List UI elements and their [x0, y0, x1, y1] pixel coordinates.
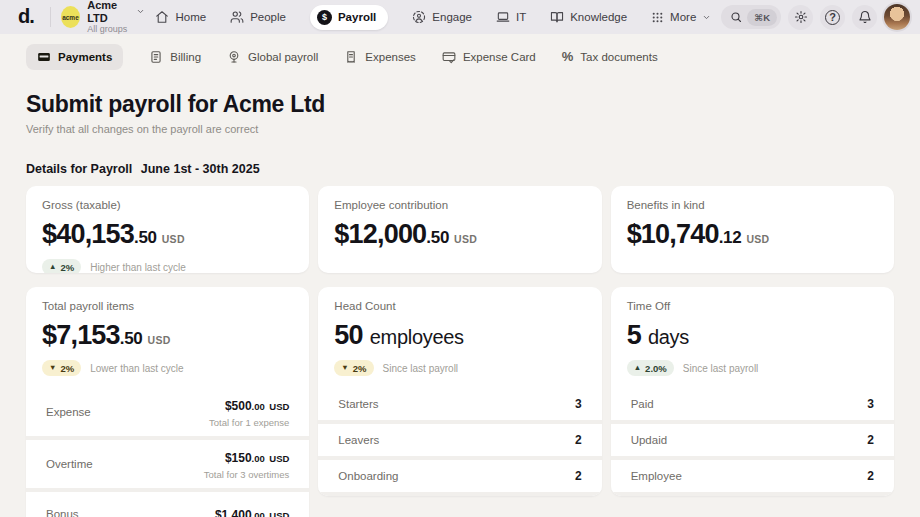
currency-label: USD: [454, 233, 477, 245]
trend-badge: ▲ 2.0%: [627, 360, 674, 376]
list-item-paid[interactable]: Paid 3: [611, 388, 894, 420]
time-off-value: 5: [627, 320, 641, 351]
top-bar: d. acme Acme LTD All groups Home People: [0, 0, 920, 34]
search-button[interactable]: ⌘K: [721, 5, 781, 29]
page-subtitle: Verify that all changes on the payroll a…: [26, 123, 894, 135]
card-total-payroll-items: Total payroll items $7,153.50 USD ▼ 2% L…: [26, 287, 309, 517]
trend-up-icon: ▲: [634, 364, 641, 372]
trend-note: Since last payroll: [683, 363, 759, 374]
tab-label: Expenses: [365, 51, 416, 63]
list-item-leavers[interactable]: Leavers 2: [318, 424, 601, 456]
tab-label: Billing: [170, 51, 201, 63]
item-label: Starters: [338, 398, 378, 410]
card-gross-taxable: Gross (taxable) $40,153.50 USD ▲ 2% High…: [26, 186, 309, 273]
trend-value: 2%: [353, 363, 367, 374]
expense-card-icon: [442, 50, 456, 64]
nav-item-home[interactable]: Home: [155, 10, 206, 24]
item-value: 2: [867, 469, 874, 483]
gear-icon: [794, 10, 808, 24]
divider: [50, 7, 51, 27]
book-icon: [550, 10, 564, 24]
tab-tax-documents[interactable]: % Tax documents: [562, 45, 658, 69]
nav-label: Knowledge: [570, 11, 627, 23]
trend-down-icon: ▼: [49, 364, 56, 372]
card-label: Head Count: [334, 300, 585, 312]
item-cents: .00: [252, 510, 265, 517]
tab-expense-card[interactable]: Expense Card: [442, 44, 536, 70]
help-button[interactable]: ?: [820, 5, 845, 30]
page-title: Submit payroll for Acme Ltd: [26, 91, 894, 118]
bell-icon: [858, 10, 872, 24]
list-item-employee[interactable]: Employee 2: [611, 460, 894, 492]
item-currency: USD: [269, 401, 289, 412]
grid-icon: [651, 11, 664, 24]
nav-item-engage[interactable]: Engage: [412, 10, 472, 24]
benefits-amount: $10,740: [627, 219, 719, 250]
trend-badge: ▼ 2%: [42, 360, 81, 376]
nav-item-people[interactable]: People: [230, 10, 286, 24]
nav-label: More: [670, 11, 696, 23]
payroll-items-list: Expense $500.00 USD Total for 1 expense …: [26, 388, 309, 517]
laptop-icon: [496, 10, 510, 24]
list-item-expense[interactable]: Expense $500.00 USD Total for 1 expense: [26, 388, 309, 436]
card-head-count: Head Count 50 employees ▼ 2% Since last …: [318, 287, 601, 496]
global-payroll-pin-icon: [227, 50, 241, 64]
billing-doc-icon: [149, 50, 163, 64]
item-amount: $1.400: [215, 508, 252, 517]
tab-global-payroll[interactable]: Global payroll: [227, 44, 318, 70]
item-value: 2: [575, 469, 582, 483]
tab-label: Tax documents: [580, 51, 657, 63]
list-item-onboarding[interactable]: Onboarding 2: [318, 460, 601, 492]
nav-item-knowledge[interactable]: Knowledge: [550, 10, 627, 24]
tab-payments[interactable]: Payments: [26, 44, 123, 70]
item-value: 2: [867, 433, 874, 447]
details-heading: Details for Payroll June 1st - 30th 2025: [26, 162, 894, 176]
list-item-bonus[interactable]: Bonus $1.400.00 USD: [26, 492, 309, 517]
tab-billing[interactable]: Billing: [149, 44, 201, 70]
trend-badge: ▼ 2%: [334, 360, 373, 376]
card-time-off: Time Off 5 days ▲ 2.0% Since last payrol…: [611, 287, 894, 496]
card-label: Benefits in kind: [627, 199, 878, 211]
tab-expenses[interactable]: Expenses: [344, 44, 416, 70]
trend-value: 2.0%: [645, 363, 667, 374]
user-avatar[interactable]: [884, 4, 910, 30]
nav-label: People: [250, 11, 286, 23]
item-value: 3: [867, 397, 874, 411]
head-count-list: Starters 3 Leavers 2 Onboarding 2: [318, 388, 601, 496]
payroll-items-cents: .50: [120, 329, 143, 349]
card-label: Gross (taxable): [42, 199, 293, 211]
question-icon: ?: [825, 10, 840, 25]
item-label: Bonus: [46, 508, 79, 517]
payroll-items-amount: $7,153: [42, 320, 120, 351]
home-icon: [155, 10, 169, 24]
trend-value: 2%: [60, 363, 74, 374]
deel-logo[interactable]: d.: [10, 5, 40, 30]
list-item-updaid[interactable]: Updaid 2: [611, 424, 894, 456]
item-currency: USD: [269, 453, 289, 464]
org-switcher[interactable]: acme Acme LTD All groups: [61, 0, 146, 35]
tab-label: Global payroll: [248, 51, 318, 63]
trend-down-icon: ▼: [341, 364, 348, 372]
trend-up-icon: ▲: [49, 263, 56, 271]
notifications-button[interactable]: [852, 5, 877, 30]
settings-button[interactable]: [788, 5, 813, 30]
nav-item-it[interactable]: IT: [496, 10, 526, 24]
keyboard-shortcut: ⌘K: [747, 9, 777, 26]
benefits-cents: .12: [719, 228, 742, 248]
item-label: Expense: [46, 406, 91, 418]
list-item-starters[interactable]: Starters 3: [318, 388, 601, 420]
trend-note: Lower than last cycle: [90, 363, 183, 374]
org-name: Acme LTD: [87, 0, 133, 24]
nav-label: Engage: [432, 11, 472, 23]
item-label: Updaid: [631, 434, 667, 446]
chevron-down-icon: [136, 7, 145, 16]
item-note: Total for 1 expense: [209, 417, 289, 428]
nav-item-more[interactable]: More: [651, 11, 711, 24]
nav-item-payroll[interactable]: $ Payroll: [310, 5, 388, 30]
item-value: 2: [575, 433, 582, 447]
item-label: Onboarding: [338, 470, 398, 482]
currency-label: USD: [148, 334, 171, 346]
tab-label: Expense Card: [463, 51, 536, 63]
list-item-overtime[interactable]: Overtime $150.00 USD Total for 3 overtim…: [26, 440, 309, 488]
chevron-down-icon: [702, 13, 711, 22]
